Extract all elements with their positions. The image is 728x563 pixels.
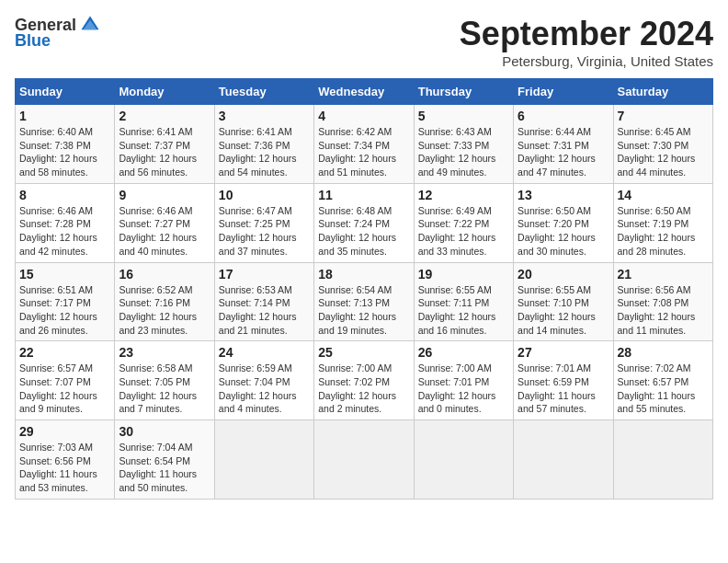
calendar-cell: 27Sunrise: 7:01 AM Sunset: 6:59 PM Dayli…	[514, 341, 613, 420]
calendar-cell: 30Sunrise: 7:04 AM Sunset: 6:54 PM Dayli…	[115, 420, 214, 500]
day-detail: Sunrise: 6:47 AM Sunset: 7:25 PM Dayligh…	[219, 204, 310, 259]
calendar-cell: 17Sunrise: 6:53 AM Sunset: 7:14 PM Dayli…	[214, 262, 313, 341]
day-header-monday: Monday	[115, 79, 214, 105]
day-detail: Sunrise: 6:40 AM Sunset: 7:38 PM Dayligh…	[19, 125, 110, 179]
day-detail: Sunrise: 6:44 AM Sunset: 7:31 PM Dayligh…	[518, 125, 609, 179]
header: General Blue September 2024 Petersburg, …	[15, 15, 713, 69]
month-title: September 2024	[460, 15, 713, 53]
calendar-cell: 26Sunrise: 7:00 AM Sunset: 7:01 PM Dayli…	[414, 341, 513, 420]
day-detail: Sunrise: 6:48 AM Sunset: 7:24 PM Dayligh…	[318, 204, 409, 259]
day-number: 25	[318, 345, 409, 360]
day-detail: Sunrise: 6:57 AM Sunset: 7:07 PM Dayligh…	[19, 362, 110, 416]
day-header-wednesday: Wednesday	[314, 79, 414, 105]
day-number: 18	[318, 267, 409, 282]
calendar-cell: 14Sunrise: 6:50 AM Sunset: 7:19 PM Dayli…	[613, 183, 712, 262]
day-number: 15	[19, 267, 110, 282]
day-number: 10	[219, 188, 310, 202]
day-detail: Sunrise: 6:41 AM Sunset: 7:37 PM Dayligh…	[119, 125, 210, 179]
day-number: 20	[518, 267, 609, 282]
calendar-cell: 1Sunrise: 6:40 AM Sunset: 7:38 PM Daylig…	[16, 105, 115, 184]
calendar-cell: 6Sunrise: 6:44 AM Sunset: 7:31 PM Daylig…	[514, 105, 613, 184]
calendar-cell: 13Sunrise: 6:50 AM Sunset: 7:20 PM Dayli…	[514, 183, 613, 262]
day-number: 30	[119, 424, 210, 439]
calendar-cell: 19Sunrise: 6:55 AM Sunset: 7:11 PM Dayli…	[414, 262, 513, 341]
logo: General Blue	[15, 15, 100, 51]
calendar-cell: 22Sunrise: 6:57 AM Sunset: 7:07 PM Dayli…	[16, 341, 115, 420]
location: Petersburg, Virginia, United States	[460, 53, 713, 69]
day-detail: Sunrise: 6:55 AM Sunset: 7:10 PM Dayligh…	[518, 283, 609, 338]
day-detail: Sunrise: 7:03 AM Sunset: 6:56 PM Dayligh…	[19, 441, 110, 495]
day-number: 21	[618, 267, 709, 282]
day-header-saturday: Saturday	[613, 79, 712, 105]
day-detail: Sunrise: 6:51 AM Sunset: 7:17 PM Dayligh…	[19, 283, 110, 338]
day-detail: Sunrise: 7:00 AM Sunset: 7:01 PM Dayligh…	[418, 362, 509, 416]
day-detail: Sunrise: 6:58 AM Sunset: 7:05 PM Dayligh…	[119, 362, 210, 416]
calendar-cell: 25Sunrise: 7:00 AM Sunset: 7:02 PM Dayli…	[314, 341, 414, 420]
day-number: 9	[119, 188, 210, 202]
day-detail: Sunrise: 7:04 AM Sunset: 6:54 PM Dayligh…	[119, 441, 210, 495]
calendar-cell: 15Sunrise: 6:51 AM Sunset: 7:17 PM Dayli…	[16, 262, 115, 341]
calendar-cell: 12Sunrise: 6:49 AM Sunset: 7:22 PM Dayli…	[414, 183, 513, 262]
day-detail: Sunrise: 6:46 AM Sunset: 7:28 PM Dayligh…	[19, 204, 110, 259]
title-area: September 2024 Petersburg, Virginia, Uni…	[460, 15, 713, 69]
calendar-cell: 7Sunrise: 6:45 AM Sunset: 7:30 PM Daylig…	[613, 105, 712, 184]
day-number: 24	[219, 345, 310, 360]
calendar-cell: 5Sunrise: 6:43 AM Sunset: 7:33 PM Daylig…	[414, 105, 513, 184]
day-number: 26	[418, 345, 509, 360]
day-header-sunday: Sunday	[16, 79, 115, 105]
calendar-cell: 9Sunrise: 6:46 AM Sunset: 7:27 PM Daylig…	[115, 183, 214, 262]
calendar-cell	[613, 420, 712, 500]
day-detail: Sunrise: 6:52 AM Sunset: 7:16 PM Dayligh…	[119, 283, 210, 338]
day-header-tuesday: Tuesday	[214, 79, 313, 105]
day-number: 12	[418, 188, 509, 202]
day-number: 8	[19, 188, 110, 202]
calendar-cell: 10Sunrise: 6:47 AM Sunset: 7:25 PM Dayli…	[214, 183, 313, 262]
day-number: 7	[618, 109, 709, 123]
calendar-cell: 23Sunrise: 6:58 AM Sunset: 7:05 PM Dayli…	[115, 341, 214, 420]
calendar-week-row: 15Sunrise: 6:51 AM Sunset: 7:17 PM Dayli…	[16, 262, 713, 341]
calendar-cell: 24Sunrise: 6:59 AM Sunset: 7:04 PM Dayli…	[214, 341, 313, 420]
calendar-cell: 21Sunrise: 6:56 AM Sunset: 7:08 PM Dayli…	[613, 262, 712, 341]
calendar-table: SundayMondayTuesdayWednesdayThursdayFrid…	[15, 78, 713, 500]
day-detail: Sunrise: 6:53 AM Sunset: 7:14 PM Dayligh…	[219, 283, 310, 338]
calendar-week-row: 8Sunrise: 6:46 AM Sunset: 7:28 PM Daylig…	[16, 183, 713, 262]
day-detail: Sunrise: 6:56 AM Sunset: 7:08 PM Dayligh…	[618, 283, 709, 338]
day-detail: Sunrise: 6:43 AM Sunset: 7:33 PM Dayligh…	[418, 125, 509, 179]
day-detail: Sunrise: 6:41 AM Sunset: 7:36 PM Dayligh…	[219, 125, 310, 179]
day-number: 19	[418, 267, 509, 282]
day-number: 6	[518, 109, 609, 123]
calendar-cell: 20Sunrise: 6:55 AM Sunset: 7:10 PM Dayli…	[514, 262, 613, 341]
day-number: 14	[618, 188, 709, 202]
day-header-thursday: Thursday	[414, 79, 513, 105]
calendar-cell	[214, 420, 313, 500]
day-detail: Sunrise: 7:00 AM Sunset: 7:02 PM Dayligh…	[318, 362, 409, 416]
day-number: 1	[19, 109, 110, 123]
day-detail: Sunrise: 6:59 AM Sunset: 7:04 PM Dayligh…	[219, 362, 310, 416]
day-number: 4	[318, 109, 409, 123]
day-number: 28	[618, 345, 709, 360]
day-header-friday: Friday	[514, 79, 613, 105]
day-number: 13	[518, 188, 609, 202]
day-detail: Sunrise: 6:45 AM Sunset: 7:30 PM Dayligh…	[618, 125, 709, 179]
day-detail: Sunrise: 6:46 AM Sunset: 7:27 PM Dayligh…	[119, 204, 210, 259]
day-number: 22	[19, 345, 110, 360]
day-detail: Sunrise: 6:50 AM Sunset: 7:19 PM Dayligh…	[618, 204, 709, 259]
day-number: 29	[19, 424, 110, 439]
calendar-cell	[314, 420, 414, 500]
day-detail: Sunrise: 6:42 AM Sunset: 7:34 PM Dayligh…	[318, 125, 409, 179]
calendar-cell: 16Sunrise: 6:52 AM Sunset: 7:16 PM Dayli…	[115, 262, 214, 341]
calendar-cell: 8Sunrise: 6:46 AM Sunset: 7:28 PM Daylig…	[16, 183, 115, 262]
calendar-cell: 18Sunrise: 6:54 AM Sunset: 7:13 PM Dayli…	[314, 262, 414, 341]
day-detail: Sunrise: 6:49 AM Sunset: 7:22 PM Dayligh…	[418, 204, 509, 259]
day-detail: Sunrise: 7:02 AM Sunset: 6:57 PM Dayligh…	[618, 362, 709, 416]
day-detail: Sunrise: 6:54 AM Sunset: 7:13 PM Dayligh…	[318, 283, 409, 338]
day-detail: Sunrise: 7:01 AM Sunset: 6:59 PM Dayligh…	[518, 362, 609, 416]
calendar-week-row: 1Sunrise: 6:40 AM Sunset: 7:38 PM Daylig…	[16, 105, 713, 184]
day-number: 2	[119, 109, 210, 123]
day-number: 11	[318, 188, 409, 202]
calendar-cell: 4Sunrise: 6:42 AM Sunset: 7:34 PM Daylig…	[314, 105, 414, 184]
calendar-cell	[514, 420, 613, 500]
calendar-cell: 11Sunrise: 6:48 AM Sunset: 7:24 PM Dayli…	[314, 183, 414, 262]
day-detail: Sunrise: 6:50 AM Sunset: 7:20 PM Dayligh…	[518, 204, 609, 259]
day-detail: Sunrise: 6:55 AM Sunset: 7:11 PM Dayligh…	[418, 283, 509, 338]
